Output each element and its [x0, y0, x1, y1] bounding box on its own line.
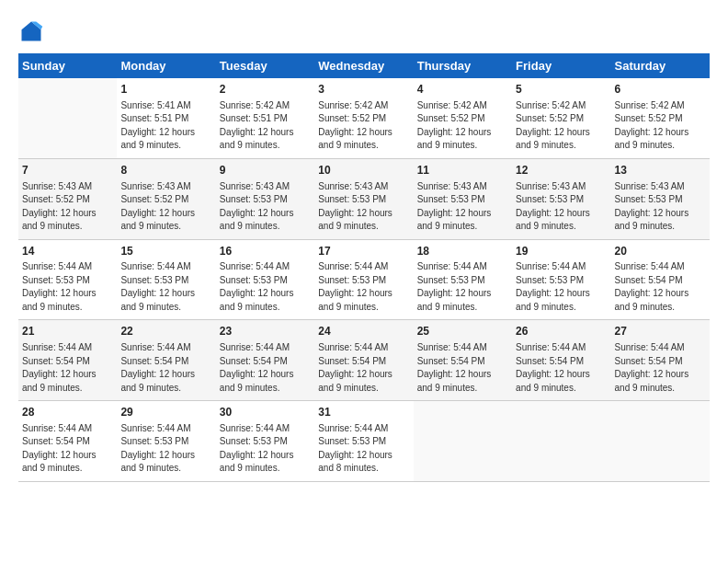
calendar-table: SundayMondayTuesdayWednesdayThursdayFrid… [18, 53, 710, 482]
week-row-4: 21Sunrise: 5:44 AM Sunset: 5:54 PM Dayli… [18, 320, 710, 401]
day-cell: 19Sunrise: 5:44 AM Sunset: 5:53 PM Dayli… [512, 239, 610, 320]
day-cell: 5Sunrise: 5:42 AM Sunset: 5:52 PM Daylig… [512, 78, 610, 158]
week-row-5: 28Sunrise: 5:44 AM Sunset: 5:54 PM Dayli… [18, 401, 710, 482]
day-number: 22 [120, 324, 211, 339]
day-cell [18, 78, 117, 158]
day-number: 1 [120, 82, 211, 98]
day-cell: 12Sunrise: 5:43 AM Sunset: 5:53 PM Dayli… [512, 158, 610, 239]
page-header [18, 18, 710, 44]
header-cell-saturday: Saturday [611, 53, 710, 78]
day-cell: 8Sunrise: 5:43 AM Sunset: 5:52 PM Daylig… [117, 158, 215, 239]
calendar-body: 1Sunrise: 5:41 AM Sunset: 5:51 PM Daylig… [18, 78, 710, 481]
day-info: Sunrise: 5:43 AM Sunset: 5:53 PM Dayligh… [615, 180, 706, 234]
day-cell: 24Sunrise: 5:44 AM Sunset: 5:54 PM Dayli… [314, 320, 413, 401]
header-cell-wednesday: Wednesday [314, 53, 413, 78]
logo-icon [18, 18, 44, 44]
day-number: 15 [120, 244, 211, 259]
day-cell: 3Sunrise: 5:42 AM Sunset: 5:52 PM Daylig… [314, 78, 413, 158]
day-info: Sunrise: 5:44 AM Sunset: 5:54 PM Dayligh… [615, 260, 706, 314]
header-cell-thursday: Thursday [414, 53, 512, 78]
day-info: Sunrise: 5:44 AM Sunset: 5:54 PM Dayligh… [615, 341, 706, 395]
day-info: Sunrise: 5:42 AM Sunset: 5:52 PM Dayligh… [318, 99, 409, 153]
day-info: Sunrise: 5:44 AM Sunset: 5:53 PM Dayligh… [120, 422, 211, 476]
day-cell: 15Sunrise: 5:44 AM Sunset: 5:53 PM Dayli… [117, 239, 215, 320]
logo [18, 18, 48, 44]
day-info: Sunrise: 5:43 AM Sunset: 5:53 PM Dayligh… [516, 180, 607, 234]
day-number: 5 [516, 82, 607, 98]
day-cell: 9Sunrise: 5:43 AM Sunset: 5:53 PM Daylig… [216, 158, 314, 239]
day-info: Sunrise: 5:44 AM Sunset: 5:54 PM Dayligh… [220, 341, 311, 395]
week-row-3: 14Sunrise: 5:44 AM Sunset: 5:53 PM Dayli… [18, 239, 710, 320]
day-info: Sunrise: 5:44 AM Sunset: 5:53 PM Dayligh… [220, 260, 311, 314]
day-cell: 18Sunrise: 5:44 AM Sunset: 5:53 PM Dayli… [414, 239, 512, 320]
day-cell: 7Sunrise: 5:43 AM Sunset: 5:52 PM Daylig… [18, 158, 117, 239]
day-cell: 27Sunrise: 5:44 AM Sunset: 5:54 PM Dayli… [611, 320, 710, 401]
day-cell [611, 401, 710, 482]
day-number: 23 [220, 324, 311, 339]
day-number: 21 [22, 324, 113, 339]
day-info: Sunrise: 5:42 AM Sunset: 5:51 PM Dayligh… [220, 99, 311, 153]
day-number: 6 [615, 82, 706, 98]
day-number: 16 [220, 244, 311, 259]
week-row-1: 1Sunrise: 5:41 AM Sunset: 5:51 PM Daylig… [18, 78, 710, 158]
header-row: SundayMondayTuesdayWednesdayThursdayFrid… [18, 53, 710, 78]
day-number: 30 [220, 405, 311, 420]
day-cell: 25Sunrise: 5:44 AM Sunset: 5:54 PM Dayli… [414, 320, 512, 401]
day-info: Sunrise: 5:44 AM Sunset: 5:54 PM Dayligh… [120, 341, 211, 395]
day-info: Sunrise: 5:44 AM Sunset: 5:53 PM Dayligh… [220, 422, 311, 476]
day-number: 29 [120, 405, 211, 420]
day-number: 3 [318, 82, 409, 98]
day-cell: 1Sunrise: 5:41 AM Sunset: 5:51 PM Daylig… [117, 78, 215, 158]
day-info: Sunrise: 5:44 AM Sunset: 5:53 PM Dayligh… [318, 422, 409, 476]
day-number: 26 [516, 324, 607, 339]
day-cell: 23Sunrise: 5:44 AM Sunset: 5:54 PM Dayli… [216, 320, 314, 401]
day-info: Sunrise: 5:44 AM Sunset: 5:53 PM Dayligh… [120, 260, 211, 314]
day-info: Sunrise: 5:44 AM Sunset: 5:53 PM Dayligh… [22, 260, 113, 314]
day-number: 31 [318, 405, 409, 420]
day-number: 7 [22, 163, 113, 178]
day-info: Sunrise: 5:42 AM Sunset: 5:52 PM Dayligh… [417, 99, 508, 153]
day-info: Sunrise: 5:44 AM Sunset: 5:54 PM Dayligh… [22, 422, 113, 476]
day-cell: 10Sunrise: 5:43 AM Sunset: 5:53 PM Dayli… [314, 158, 413, 239]
day-number: 13 [615, 163, 706, 178]
day-cell: 26Sunrise: 5:44 AM Sunset: 5:54 PM Dayli… [512, 320, 610, 401]
day-info: Sunrise: 5:44 AM Sunset: 5:54 PM Dayligh… [417, 341, 508, 395]
day-cell: 31Sunrise: 5:44 AM Sunset: 5:53 PM Dayli… [314, 401, 413, 482]
day-number: 17 [318, 244, 409, 259]
day-number: 9 [220, 163, 311, 178]
day-info: Sunrise: 5:43 AM Sunset: 5:53 PM Dayligh… [318, 180, 409, 234]
day-info: Sunrise: 5:41 AM Sunset: 5:51 PM Dayligh… [120, 99, 211, 153]
week-row-2: 7Sunrise: 5:43 AM Sunset: 5:52 PM Daylig… [18, 158, 710, 239]
header-cell-friday: Friday [512, 53, 610, 78]
day-cell [414, 401, 512, 482]
day-cell [512, 401, 610, 482]
day-cell: 22Sunrise: 5:44 AM Sunset: 5:54 PM Dayli… [117, 320, 215, 401]
day-cell: 11Sunrise: 5:43 AM Sunset: 5:53 PM Dayli… [414, 158, 512, 239]
day-info: Sunrise: 5:42 AM Sunset: 5:52 PM Dayligh… [615, 99, 706, 153]
day-number: 18 [417, 244, 508, 259]
day-cell: 30Sunrise: 5:44 AM Sunset: 5:53 PM Dayli… [216, 401, 314, 482]
day-cell: 16Sunrise: 5:44 AM Sunset: 5:53 PM Dayli… [216, 239, 314, 320]
day-cell: 17Sunrise: 5:44 AM Sunset: 5:53 PM Dayli… [314, 239, 413, 320]
day-info: Sunrise: 5:42 AM Sunset: 5:52 PM Dayligh… [516, 99, 607, 153]
day-number: 12 [516, 163, 607, 178]
day-number: 2 [220, 82, 311, 98]
header-cell-sunday: Sunday [18, 53, 117, 78]
day-number: 8 [120, 163, 211, 178]
header-cell-monday: Monday [117, 53, 215, 78]
day-info: Sunrise: 5:44 AM Sunset: 5:54 PM Dayligh… [318, 341, 409, 395]
day-info: Sunrise: 5:43 AM Sunset: 5:52 PM Dayligh… [22, 180, 113, 234]
day-number: 4 [417, 82, 508, 98]
day-info: Sunrise: 5:43 AM Sunset: 5:53 PM Dayligh… [417, 180, 508, 234]
day-cell: 2Sunrise: 5:42 AM Sunset: 5:51 PM Daylig… [216, 78, 314, 158]
day-info: Sunrise: 5:44 AM Sunset: 5:53 PM Dayligh… [318, 260, 409, 314]
day-number: 25 [417, 324, 508, 339]
day-cell: 14Sunrise: 5:44 AM Sunset: 5:53 PM Dayli… [18, 239, 117, 320]
day-cell: 20Sunrise: 5:44 AM Sunset: 5:54 PM Dayli… [611, 239, 710, 320]
day-info: Sunrise: 5:43 AM Sunset: 5:53 PM Dayligh… [220, 180, 311, 234]
day-cell: 13Sunrise: 5:43 AM Sunset: 5:53 PM Dayli… [611, 158, 710, 239]
day-info: Sunrise: 5:44 AM Sunset: 5:54 PM Dayligh… [22, 341, 113, 395]
day-cell: 4Sunrise: 5:42 AM Sunset: 5:52 PM Daylig… [414, 78, 512, 158]
day-number: 19 [516, 244, 607, 259]
day-cell: 29Sunrise: 5:44 AM Sunset: 5:53 PM Dayli… [117, 401, 215, 482]
